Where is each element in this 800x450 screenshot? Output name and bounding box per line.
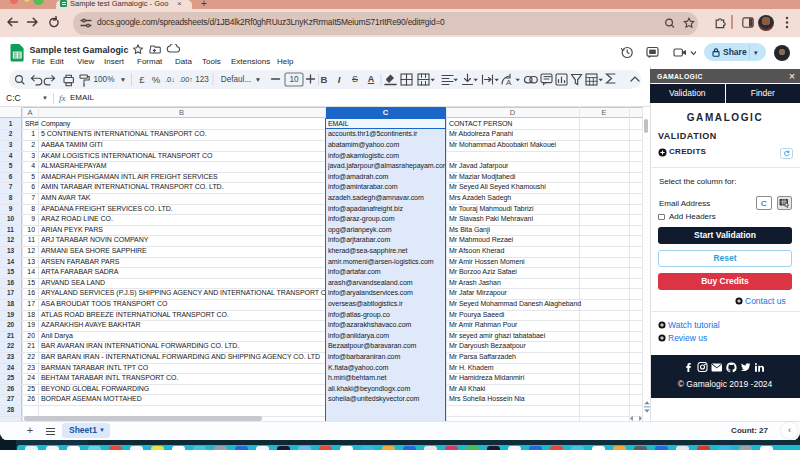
svg-text:A: A (506, 78, 512, 87)
